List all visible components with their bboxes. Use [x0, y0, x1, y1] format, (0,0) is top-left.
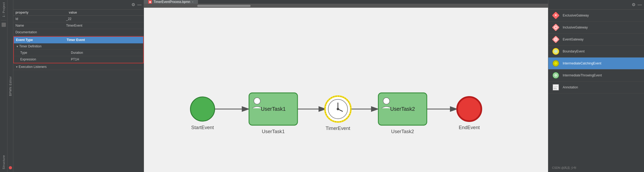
prop-name-id: Id [15, 17, 66, 21]
exclusive-gateway-label: ExclusiveGateway [563, 14, 589, 17]
watermark: CSDN @风流 少年 [548, 164, 644, 172]
palette-item-exclusive-gateway[interactable]: × ExclusiveGateway [548, 10, 644, 22]
bpmn-editor-label: BPMN Editor [9, 76, 12, 96]
execution-listeners-triangle: ▼ [15, 65, 19, 68]
palette-item-inclusive-gateway[interactable]: InclusiveGateway [548, 22, 644, 34]
svg-point-6 [190, 97, 215, 121]
prop-name-execution-listeners: Execution Listeners [19, 65, 69, 69]
annotation-icon: Text [552, 84, 560, 91]
prop-row-id[interactable]: Id _22 [13, 16, 144, 22]
boundary-event-label: BoundaryEvent [563, 50, 585, 53]
prop-name-event-type: Event Type [16, 38, 67, 42]
svg-text:UserTask2: UserTask2 [390, 106, 415, 112]
palette-item-boundary-event[interactable]: BoundaryEvent [548, 46, 644, 58]
scrollbar-thumb[interactable] [197, 5, 251, 7]
right-toolbar: ⚙ — [548, 0, 644, 10]
bpmn-canvas[interactable]: StartEvent UserTask1 UserTask1 TimerEven… [144, 8, 548, 172]
intermediate-catching-icon [552, 60, 560, 67]
bpmn-status-dot [9, 166, 12, 169]
value-col-header: value [69, 11, 142, 14]
palette-item-annotation[interactable]: Text Annotation [548, 81, 644, 93]
prop-value-name: TimerEvent [66, 24, 142, 27]
intermediate-throwing-icon [552, 72, 560, 79]
tab-close-button[interactable]: × [192, 0, 194, 3]
property-col-header: property [15, 11, 69, 14]
svg-text:UserTask1: UserTask1 [261, 106, 286, 112]
prop-row-timer-def[interactable]: ▼ Timer Definition [14, 43, 143, 50]
palette-item-intermediate-catching[interactable]: IntermediateCatchingEvent [548, 58, 644, 69]
editor-tabs: ▣ TimerEventProcess.bpmn × [144, 0, 548, 4]
svg-point-16 [337, 108, 339, 110]
editor-tab-bpmn[interactable]: ▣ TimerEventProcess.bpmn × [144, 0, 198, 4]
svg-text:Text: Text [553, 88, 557, 90]
svg-point-20 [383, 98, 389, 104]
svg-text:StartEvent: StartEvent [191, 125, 214, 130]
prop-row-documentation[interactable]: Documentation [13, 29, 144, 36]
properties-minus-icon[interactable]: — [137, 2, 142, 7]
svg-rect-0 [144, 8, 548, 172]
properties-gear-icon[interactable]: ⚙ [131, 2, 135, 7]
horizontal-scrollbar[interactable] [144, 4, 548, 8]
svg-point-33 [554, 50, 558, 53]
svg-text:TimerEvent: TimerEvent [326, 126, 350, 131]
boundary-event-icon [552, 48, 560, 55]
inclusive-gateway-label: InclusiveGateway [563, 26, 588, 29]
right-gear-icon[interactable]: ⚙ [632, 2, 635, 7]
properties-panel: ⚙ — property value Id _22 Name TimerEven… [13, 0, 144, 172]
svg-point-9 [254, 98, 260, 104]
prop-value-expression: PT1H [71, 58, 141, 61]
tab-file-icon: ▣ [148, 0, 152, 4]
structure-label: Structure [2, 155, 5, 169]
prop-name-timer-def: Timer Definition [19, 44, 70, 48]
editor-area: ▣ TimerEventProcess.bpmn × [144, 0, 548, 172]
properties-table: property value Id _22 Name TimerEvent Do… [13, 10, 144, 172]
bpmn-svg: StartEvent UserTask1 UserTask1 TimerEven… [144, 8, 548, 172]
intermediate-catching-label: IntermediateCatchingEvent [563, 62, 601, 65]
prop-row-name[interactable]: Name TimerEvent [13, 22, 144, 29]
event-gateway-icon [552, 36, 560, 43]
prop-name-expression: Expression [20, 58, 71, 61]
prop-row-type[interactable]: Type Duration [14, 50, 143, 56]
properties-toolbar: ⚙ — [13, 0, 144, 10]
right-minus-icon[interactable]: — [638, 2, 642, 7]
svg-text:×: × [555, 13, 557, 17]
prop-name-type: Type [20, 51, 71, 55]
svg-text:UserTask1: UserTask1 [262, 129, 285, 134]
prop-value-id: _22 [66, 17, 142, 21]
timer-definition-group: Event Type Timer Event ▼ Timer Definitio… [13, 36, 144, 63]
prop-row-expression[interactable]: Expression PT1H [14, 56, 143, 63]
properties-header: property value [13, 10, 144, 16]
svg-point-35 [554, 62, 558, 65]
inclusive-gateway-icon [552, 24, 560, 31]
prop-name-name: Name [15, 24, 66, 27]
prop-name-documentation: Documentation [15, 30, 66, 34]
prop-value-event-type: Timer Event [67, 38, 141, 42]
svg-rect-29 [552, 36, 559, 43]
collapse-triangle: ▼ [16, 45, 19, 48]
palette-item-event-gateway[interactable]: EventGateway [548, 34, 644, 46]
svg-text:EndEvent: EndEvent [459, 125, 480, 130]
prop-value-type: Duration [71, 51, 141, 55]
prop-row-execution-listeners[interactable]: ▼ Execution Listeners [13, 64, 144, 70]
bpmn-editor-strip: BPMN Editor [7, 0, 13, 172]
event-gateway-label: EventGateway [563, 38, 583, 41]
palette-item-intermediate-throwing[interactable]: IntermediateThrowingEvent [548, 69, 644, 81]
project-label: 1: Project [2, 0, 6, 19]
svg-rect-27 [552, 24, 559, 31]
svg-point-23 [457, 97, 481, 121]
svg-text:UserTask2: UserTask2 [391, 129, 414, 134]
svg-point-37 [554, 73, 558, 77]
annotation-label: Annotation [563, 85, 578, 89]
intermediate-throwing-label: IntermediateThrowingEvent [563, 73, 602, 77]
right-panel: ⚙ — × ExclusiveGateway InclusiveGateway [548, 0, 644, 172]
prop-row-event-type[interactable]: Event Type Timer Event [14, 37, 143, 43]
folder-icon[interactable] [2, 23, 6, 27]
tab-label: TimerEventProcess.bpmn [154, 0, 190, 4]
exclusive-gateway-icon: × [552, 12, 560, 19]
left-sidebar: 1: Project Structure [0, 0, 7, 172]
